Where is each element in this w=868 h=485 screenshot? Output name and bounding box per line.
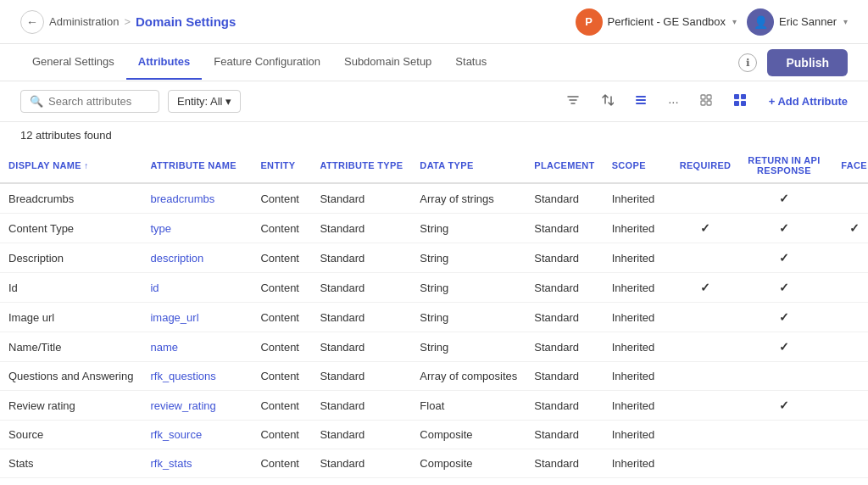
col-header-attribute-type[interactable]: ATTRIBUTE TYPE	[311, 148, 411, 183]
cell-attribute_type: Standard	[311, 303, 411, 332]
cell-data_type: Composite	[411, 449, 526, 478]
org-selector[interactable]: P Perficient - GE Sandbox ▾	[576, 8, 737, 36]
tab-attributes[interactable]: Attributes	[126, 45, 202, 80]
breadcrumb: ← Administration > Domain Settings	[20, 10, 236, 34]
cell-return_in_api: ✓	[739, 273, 828, 303]
cell-placement: Standard	[526, 391, 603, 421]
search-input[interactable]	[48, 95, 150, 108]
cell-required	[671, 391, 740, 421]
cell-return_in_api: ✓	[739, 183, 828, 214]
checkmark-icon: ✓	[779, 310, 789, 324]
col-header-required[interactable]: REQUIRED	[671, 148, 740, 183]
cell-display_name: Stats	[0, 449, 142, 478]
cell-attribute_name[interactable]: image_url	[142, 303, 252, 332]
count-row: 12 attributes found	[0, 122, 868, 148]
grid-icon[interactable]	[696, 92, 716, 111]
cell-attribute_type: Standard	[311, 478, 411, 486]
col-header-entity[interactable]: ENTITY	[252, 148, 311, 183]
cell-data_type: Array of strings	[411, 478, 526, 486]
cell-attribute_name[interactable]: review_rating	[142, 391, 252, 421]
checkmark-icon: ✓	[779, 399, 789, 412]
cell-scope: Inherited	[604, 391, 671, 421]
toolbar: 🔍 Entity: All ▾ ···	[0, 81, 868, 122]
attributes-count: 12 attributes found	[20, 129, 112, 142]
grid-alt-icon[interactable]	[730, 92, 750, 111]
svg-rect-7	[734, 94, 739, 99]
cell-facet	[829, 303, 868, 332]
tabs-bar: General Settings Attributes Feature Conf…	[0, 44, 868, 81]
org-avatar: P	[576, 8, 603, 36]
cell-entity: Content	[252, 303, 311, 332]
cell-facet: ✓	[829, 478, 868, 486]
tab-feature-configuration[interactable]: Feature Configuration	[202, 45, 332, 80]
cell-attribute_name[interactable]: id	[142, 273, 252, 303]
checkmark-icon: ✓	[700, 281, 710, 294]
cell-placement: Standard	[526, 421, 603, 449]
cell-attribute_name[interactable]: rfk_stats	[142, 449, 252, 478]
svg-rect-8	[741, 94, 746, 99]
cell-facet	[829, 449, 868, 478]
cell-attribute_type: Standard	[311, 332, 411, 362]
user-selector[interactable]: 👤 Eric Sanner ▾	[747, 8, 848, 36]
col-header-data-type[interactable]: DATA TYPE	[411, 148, 526, 183]
cell-entity: Content	[252, 362, 311, 391]
cell-placement: Standard	[526, 332, 603, 362]
cell-entity: Content	[252, 421, 311, 449]
cell-display_name: Content Type	[0, 214, 142, 243]
cell-attribute_name[interactable]: name	[142, 332, 252, 362]
cell-attribute_type: Standard	[311, 214, 411, 243]
col-header-attribute-name[interactable]: ATTRIBUTE NAME	[142, 148, 252, 183]
add-attribute-button[interactable]: + Add Attribute	[769, 95, 848, 108]
checkmark-icon: ✓	[849, 221, 860, 235]
sort-icon[interactable]	[597, 92, 617, 111]
filter-icon[interactable]	[563, 92, 583, 111]
tab-subdomain-setup[interactable]: Subdomain Setup	[332, 45, 443, 80]
cell-return_in_api	[739, 449, 828, 478]
breadcrumb-admin: Administration	[49, 15, 119, 28]
cell-data_type: Composite	[411, 421, 526, 449]
cell-attribute_name[interactable]: rfk_source	[142, 421, 252, 449]
cell-display_name: Source	[0, 421, 142, 449]
cell-attribute_name[interactable]: description	[142, 243, 252, 273]
cell-attribute_name[interactable]: type	[142, 214, 252, 243]
cell-scope: Inherited	[604, 332, 671, 362]
cell-attribute_type: Standard	[311, 183, 411, 214]
user-chevron-icon: ▾	[843, 17, 848, 26]
info-icon[interactable]: ℹ	[738, 53, 757, 72]
list-view-icon[interactable]	[631, 92, 651, 111]
col-header-placement[interactable]: PLACEMENT	[526, 148, 603, 183]
col-header-scope[interactable]: SCOPE	[604, 148, 671, 183]
more-icon[interactable]: ···	[665, 92, 682, 110]
checkmark-icon: ✓	[779, 221, 789, 235]
cell-facet: ✓	[829, 214, 868, 243]
col-header-return-api[interactable]: RETURN IN APIRESPONSE	[739, 148, 828, 183]
cell-entity: Content	[252, 243, 311, 273]
cell-data_type: Array of composites	[411, 362, 526, 391]
checkmark-icon: ✓	[779, 251, 789, 265]
back-button[interactable]: ←	[20, 10, 44, 34]
svg-rect-0	[636, 96, 646, 98]
cell-facet	[829, 273, 868, 303]
cell-entity: Content	[252, 449, 311, 478]
header-right: P Perficient - GE Sandbox ▾ 👤 Eric Sanne…	[576, 8, 848, 36]
cell-entity: Content	[252, 332, 311, 362]
cell-scope: Inherited	[604, 214, 671, 243]
svg-rect-3	[701, 95, 705, 99]
col-header-display-name[interactable]: DISPLAY NAME ↑	[0, 148, 142, 183]
cell-entity: Content	[252, 478, 311, 486]
svg-rect-9	[734, 101, 739, 106]
cell-data_type: String	[411, 214, 526, 243]
cell-data_type: String	[411, 273, 526, 303]
svg-rect-5	[701, 101, 705, 105]
publish-button[interactable]: Publish	[767, 49, 848, 76]
entity-dropdown[interactable]: Entity: All ▾	[168, 90, 241, 113]
cell-facet	[829, 362, 868, 391]
tab-general-settings[interactable]: General Settings	[20, 45, 126, 80]
col-header-facet[interactable]: FACE	[829, 148, 868, 183]
cell-attribute_name[interactable]: breadcrumbs	[142, 183, 252, 214]
cell-attribute_name[interactable]: tags	[142, 478, 252, 486]
cell-attribute_type: Standard	[311, 273, 411, 303]
cell-attribute_name[interactable]: rfk_questions	[142, 362, 252, 391]
tab-status[interactable]: Status	[443, 45, 498, 80]
checkmark-icon: ✓	[779, 281, 789, 294]
